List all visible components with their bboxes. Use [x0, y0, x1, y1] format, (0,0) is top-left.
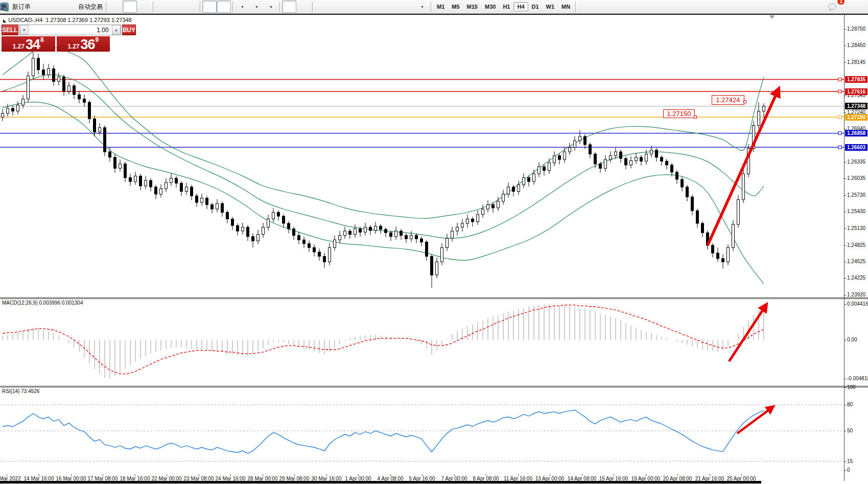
new-order-button[interactable]: 新订单 [9, 1, 32, 13]
rsi-axis-label: 100 [847, 384, 856, 390]
market-watch-button[interactable] [32, 1, 46, 13]
support-handle[interactable] [694, 116, 697, 119]
price-tick-label: 1.26335 [847, 159, 865, 165]
axis-tick [844, 379, 846, 379]
axis-tick [844, 295, 846, 295]
autotrading-button[interactable]: 自动交易 [75, 1, 104, 13]
candle-chart-mode-button[interactable] [123, 1, 137, 13]
price-tick-label: 1.28145 [847, 59, 865, 65]
axis-tick [844, 195, 846, 196]
rsi-value: 73.4526 [21, 388, 39, 394]
axis-tick [844, 112, 846, 113]
bollinger-middle-band [3, 75, 764, 238]
zoom-in-button[interactable] [155, 1, 170, 13]
text-tool-button[interactable]: A [386, 1, 401, 13]
timeframe-mn[interactable]: MN [558, 2, 574, 11]
price-axis-line [844, 15, 844, 481]
price-tick-label: 1.25130 [847, 225, 865, 231]
toolbar-separator [153, 2, 154, 12]
axis-tick [844, 62, 846, 63]
notifications-button[interactable]: 1 [827, 1, 841, 13]
dropdown-caret: ▾ [241, 5, 243, 9]
rsi-title: RSI(14) 73.4526 [2, 388, 39, 394]
recent-high-handle[interactable] [743, 100, 746, 103]
vertical-line-tool-button[interactable] [315, 1, 329, 13]
trendline-tool-button[interactable] [343, 1, 358, 13]
level-line-1.27150[interactable] [0, 116, 844, 119]
axis-tick [844, 278, 846, 279]
autotrading-label: 自动交易 [78, 3, 103, 11]
volume-input[interactable] [29, 25, 112, 35]
axis-tick [844, 29, 846, 30]
rsi-name: RSI(14) [2, 388, 19, 394]
timeframe-group: M1M5M15M30H1H4D1W1MN [433, 2, 574, 11]
horizontal-scrollbar[interactable] [0, 481, 761, 483]
timeframe-d1[interactable]: D1 [528, 2, 543, 11]
indicators-button[interactable]: ▾ [235, 1, 249, 13]
bar-chart-mode-button[interactable] [108, 1, 123, 13]
volume-increase-button[interactable]: ▲ [112, 25, 121, 35]
sell-price-tile[interactable]: 1.27 34 8 [2, 36, 55, 52]
level-line-1.26603[interactable] [0, 146, 844, 149]
axis-tick [844, 178, 846, 179]
timeframe-m1[interactable]: M1 [433, 2, 448, 11]
auto-scroll-button[interactable] [202, 1, 217, 13]
zoom-out-button[interactable] [170, 1, 184, 13]
line-chart-mode-button[interactable] [137, 1, 151, 13]
level-line-1.27616[interactable] [0, 90, 844, 93]
crosshair-tool-button[interactable] [296, 1, 311, 13]
timeframe-m5[interactable]: M5 [448, 2, 463, 11]
terminal-button[interactable] [46, 1, 61, 13]
axis-tick [844, 96, 846, 96]
axis-tick [844, 431, 846, 431]
buy-price-tile[interactable]: 1.27 36 9 [57, 36, 110, 52]
timeframe-w1[interactable]: W1 [543, 2, 558, 11]
timeframe-h1[interactable]: H1 [499, 2, 513, 11]
chart-shift-marker[interactable] [769, 15, 775, 19]
dropdown-caret: ▾ [270, 5, 272, 9]
macd-title: MACD(12,26,9) 0.003996 0.001304 [2, 300, 83, 306]
tile-windows-button[interactable] [184, 1, 198, 13]
macd-pane-canvas[interactable] [0, 299, 844, 386]
text-label-tool-button[interactable]: T [401, 1, 415, 13]
macd-values: 0.003996 0.001304 [39, 300, 83, 306]
cursor-tool-button[interactable] [282, 1, 296, 13]
axis-tick [844, 304, 846, 305]
buy-button[interactable]: BUY [122, 25, 136, 35]
symbol-timeframe-label: USDCAD-,H4 [8, 17, 42, 23]
toolbar-separator [279, 2, 280, 12]
horizontal-line-tool-button[interactable] [329, 1, 343, 13]
price-chart-canvas[interactable] [0, 14, 844, 297]
macd-axis-label: -0.004818 [847, 376, 868, 381]
timeframe-m30[interactable]: M30 [481, 2, 499, 11]
axis-tick [844, 262, 846, 262]
timeframe-m15[interactable]: M15 [463, 2, 481, 11]
arrows-tool-button[interactable]: ▾ [415, 1, 429, 13]
support-price-label[interactable]: 1.27150 [663, 109, 695, 118]
fibonacci-tool-button[interactable]: F [372, 1, 386, 13]
trend-arrow-main[interactable] [708, 89, 779, 245]
rsi-pane-canvas[interactable] [0, 387, 844, 474]
sell-button[interactable]: SELL [2, 25, 18, 35]
channel-tool-button[interactable]: E [358, 1, 372, 13]
rsi-line [3, 410, 764, 453]
axis-tick [844, 387, 846, 388]
search-button[interactable] [808, 1, 822, 13]
level-line-1.26858[interactable] [0, 132, 844, 135]
timeframe-h4[interactable]: H4 [513, 2, 528, 11]
chart-title: ◣USDCAD-,H4 1.27308 1.27369 1.27293 1.27… [3, 17, 132, 23]
signals-button[interactable] [61, 1, 75, 13]
axis-tick [844, 45, 846, 46]
chart-shift-button[interactable] [217, 1, 231, 13]
templates-button[interactable]: ▾ [264, 1, 278, 13]
recent-high-price-label[interactable]: 1.27424 [712, 95, 744, 105]
level-line-1.27835[interactable] [0, 78, 844, 81]
axis-tick [844, 129, 846, 129]
macd-axis-label: 0.00 [847, 337, 857, 342]
volume-decrease-button[interactable]: ▼ [20, 25, 29, 35]
notification-badge: 1 [837, 0, 845, 5]
periods-button[interactable]: ▾ [249, 1, 264, 13]
trend-arrow-macd[interactable] [729, 305, 766, 361]
buy-price-prefix: 1.27 [67, 42, 79, 51]
trend-arrow-rsi[interactable] [737, 407, 773, 433]
